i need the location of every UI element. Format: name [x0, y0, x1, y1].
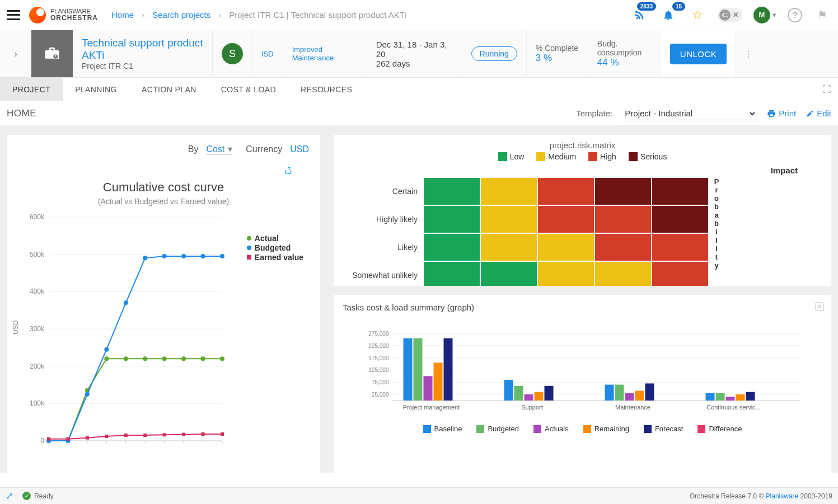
- svg-point-44: [181, 254, 186, 258]
- status-badge: Running: [471, 46, 517, 61]
- svg-text:275,000: 275,000: [368, 331, 389, 337]
- chart-title: Cumulative cost curve: [7, 180, 320, 195]
- cost-curve-panel: By Cost ▾ Currency USD Cumulative cost c…: [7, 135, 320, 473]
- by-label: By: [188, 144, 199, 154]
- planisware-link[interactable]: Planisware: [766, 492, 799, 500]
- risk-cell[interactable]: [481, 178, 537, 205]
- owner-avatar[interactable]: S: [222, 43, 243, 64]
- unlock-button[interactable]: UNLOCK: [670, 44, 727, 64]
- risk-row: Likely: [334, 233, 709, 261]
- stage-1[interactable]: Improved: [292, 45, 358, 54]
- svg-text:100k: 100k: [30, 399, 45, 407]
- feed-icon[interactable]: 2833: [630, 6, 648, 24]
- svg-text:USD: USD: [12, 320, 20, 335]
- menu-icon[interactable]: [7, 10, 20, 20]
- back-button[interactable]: ›: [0, 30, 31, 77]
- tab-action-plan[interactable]: ACTION PLAN: [129, 78, 209, 101]
- page-title: HOME: [7, 108, 36, 119]
- tag-pill[interactable]: 🏷✕: [718, 8, 742, 22]
- brand-line2: ORCHESTRA: [50, 14, 98, 22]
- svg-rect-51: [124, 434, 128, 437]
- svg-rect-53: [163, 433, 166, 436]
- help-icon[interactable]: ?: [788, 8, 802, 22]
- risk-cell[interactable]: [595, 262, 651, 286]
- risk-probability-label: Probability: [709, 177, 724, 286]
- close-icon[interactable]: ✕: [733, 11, 739, 19]
- user-menu[interactable]: M ▾: [753, 7, 776, 23]
- svg-rect-92: [706, 393, 715, 401]
- metric-complete-value: 3 %: [536, 53, 579, 64]
- risk-row: Certain: [334, 177, 709, 205]
- risk-cell[interactable]: [652, 234, 708, 261]
- svg-text:300k: 300k: [30, 325, 45, 333]
- edit-button[interactable]: Edit: [806, 109, 831, 118]
- svg-rect-89: [645, 383, 654, 401]
- risk-cell[interactable]: [481, 234, 537, 261]
- risk-cell[interactable]: [652, 206, 708, 233]
- star-icon[interactable]: ☆: [689, 6, 706, 24]
- svg-rect-47: [47, 437, 50, 441]
- risk-cell[interactable]: [595, 234, 651, 261]
- svg-point-41: [124, 300, 128, 305]
- bell-badge: 15: [672, 2, 685, 11]
- tag-icon: 🏷: [719, 10, 731, 21]
- svg-point-46: [220, 254, 224, 258]
- tab-resources[interactable]: RESOURCES: [288, 78, 364, 101]
- svg-rect-82: [545, 386, 554, 401]
- svg-text:500k: 500k: [30, 251, 45, 258]
- tab-planning[interactable]: PLANNING: [63, 78, 129, 101]
- more-icon[interactable]: ⋮: [736, 30, 761, 77]
- svg-text:225,000: 225,000: [368, 343, 389, 349]
- risk-cell[interactable]: [538, 206, 594, 233]
- risk-cell[interactable]: [538, 234, 594, 261]
- chart-subtitle: (Actual vs Budgeted vs Earned value): [7, 197, 320, 206]
- svg-text:200k: 200k: [30, 362, 45, 370]
- svg-point-35: [201, 356, 205, 361]
- risk-cell[interactable]: [424, 234, 480, 261]
- risk-cell[interactable]: [652, 178, 708, 205]
- template-select[interactable]: Project - Industrial: [622, 107, 757, 120]
- breadcrumb: Home › Search projects › Project ITR C1 …: [111, 10, 406, 20]
- chevron-down-icon: ▾: [773, 11, 776, 19]
- breadcrumb-home[interactable]: Home: [111, 10, 134, 20]
- svg-rect-56: [221, 432, 224, 436]
- svg-text:0: 0: [40, 437, 44, 445]
- tab-project[interactable]: PROJECT: [0, 78, 63, 101]
- risk-cell[interactable]: [481, 206, 537, 233]
- risk-cell[interactable]: [538, 178, 594, 205]
- logo[interactable]: PLANISWAREORCHESTRA: [29, 7, 98, 23]
- svg-rect-81: [535, 392, 544, 401]
- bell-icon[interactable]: 15: [659, 6, 677, 24]
- svg-point-43: [162, 254, 167, 258]
- project-title[interactable]: Technical support product AKTi: [82, 37, 203, 62]
- print-button[interactable]: Print: [767, 109, 796, 118]
- risk-cell[interactable]: [595, 206, 651, 233]
- svg-text:Maintenance: Maintenance: [615, 404, 650, 411]
- tab-cost-load[interactable]: COST & LOAD: [209, 78, 288, 101]
- svg-text:Project management: Project management: [403, 404, 460, 411]
- by-select[interactable]: Cost ▾: [206, 144, 232, 155]
- risk-cell[interactable]: [424, 206, 480, 233]
- svg-point-33: [162, 356, 167, 361]
- risk-cell[interactable]: [424, 262, 480, 286]
- svg-rect-87: [625, 393, 634, 401]
- svg-rect-48: [66, 437, 69, 441]
- risk-cell[interactable]: [538, 262, 594, 286]
- risk-cell[interactable]: [424, 178, 480, 205]
- risk-cell[interactable]: [595, 178, 651, 205]
- fullscreen-icon[interactable]: ⛶: [822, 84, 831, 95]
- currency-select[interactable]: USD: [290, 144, 309, 154]
- bar-chart-title: Tasks cost & load summary (graph): [334, 295, 831, 317]
- breadcrumb-search[interactable]: Search projects: [152, 10, 210, 20]
- dept[interactable]: ISD: [261, 50, 274, 58]
- export-icon[interactable]: [283, 166, 307, 177]
- expand-icon[interactable]: ⤢: [6, 491, 13, 501]
- risk-cell[interactable]: [652, 262, 708, 286]
- feed-badge: 2833: [637, 2, 656, 11]
- svg-point-40: [104, 347, 109, 352]
- flag-icon[interactable]: ⚑: [813, 6, 831, 24]
- stage-2[interactable]: Maintenance: [292, 54, 358, 62]
- excel-export-icon[interactable]: [814, 302, 825, 313]
- risk-cell[interactable]: [481, 262, 537, 286]
- svg-rect-88: [635, 391, 644, 401]
